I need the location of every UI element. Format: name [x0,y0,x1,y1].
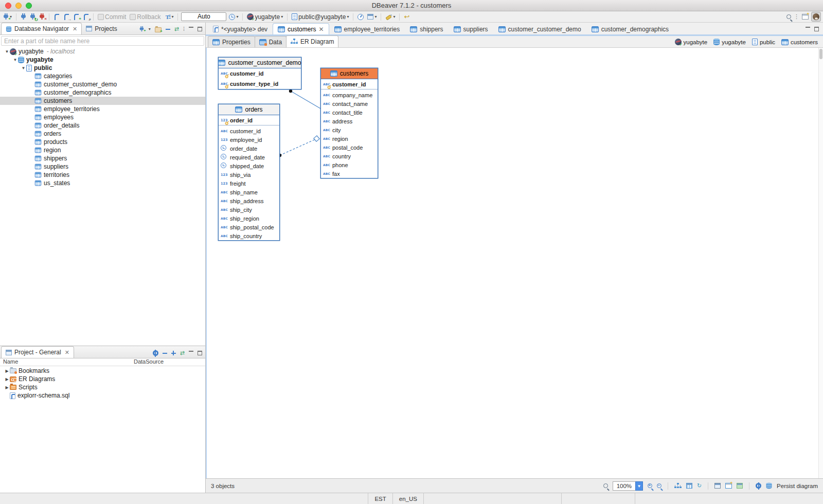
minimize-panel-icon[interactable] [189,351,193,355]
tree-item-table[interactable]: suppliers [0,163,205,171]
tree-item-table[interactable]: employee_territories [0,105,205,113]
editor-tab[interactable]: suppliers ✕ [449,23,493,34]
commit-mode-combo[interactable]: Auto [181,12,226,21]
persist-diagram-icon[interactable] [766,483,772,489]
reconnect-button[interactable]: ↻ [29,13,37,21]
dbeaver-perspective-button[interactable] [811,12,821,22]
open-perspective-button[interactable] [801,13,810,20]
new-folder-icon[interactable] [155,27,162,32]
entity-column-row[interactable]: contact_name [321,99,378,108]
editor-tab[interactable]: *<yugabyte> dev ✕ [208,23,273,34]
entity-column-row[interactable]: city [321,125,378,134]
project-tree-item[interactable]: ▶ ER Diagrams [0,375,205,383]
entity-header[interactable]: orders [219,104,279,115]
view-menu-icon[interactable]: ⁞ [183,26,185,32]
table-filter-input[interactable] [1,36,204,46]
rollback-button[interactable]: Rollback [129,13,162,21]
entity-column-row[interactable]: company_name [321,91,378,99]
editor-tab[interactable]: shippers ✕ [405,23,448,34]
entity-column-row[interactable]: ship_region [219,214,279,223]
maximize-panel-icon[interactable] [198,27,202,31]
editor-tab[interactable]: customer_demographics ✕ [586,23,674,34]
entity-column-row[interactable]: region [321,134,378,143]
tree-item-table[interactable]: us_states [0,179,205,187]
tree-item-table[interactable]: territories [0,171,205,179]
zoom-value[interactable]: 100% [613,481,635,491]
entity-customer-customer-demo[interactable]: customer_customer_demo customer_id custo… [218,57,301,89]
transaction-mode-button[interactable]: T▾ [163,13,174,21]
tree-item-table[interactable]: region [0,146,205,154]
toggle-grid-icon[interactable] [686,483,692,489]
entity-column-row[interactable]: phone [321,160,378,169]
expander-icon[interactable]: ▶ [4,377,10,382]
collapse-all-icon[interactable] [166,29,170,30]
status-timezone[interactable]: EST [368,493,392,504]
column-datasource-header[interactable]: DataSource [134,358,205,366]
relationship-orders-customers[interactable] [280,139,316,155]
close-tab-icon[interactable]: ✕ [73,26,77,32]
entity-column-row[interactable]: customer_id [321,79,378,89]
tree-item-table[interactable]: orders [0,130,205,138]
chevron-down-icon[interactable]: ▾ [149,27,151,31]
status-locale[interactable]: en_US [393,493,424,504]
maximize-panel-icon[interactable] [198,351,202,355]
link-editor-icon[interactable]: ⇄ [174,26,179,32]
minimize-editor-icon[interactable] [806,27,810,31]
tree-item-schema[interactable]: ▼ public [0,64,205,72]
column-name-header[interactable]: Name [0,358,134,366]
tree-item-table[interactable]: employees [0,113,205,121]
entity-column-row[interactable]: address [321,117,378,125]
er-diagram-canvas[interactable]: customer_customer_demo customer_id custo… [206,48,823,478]
entity-column-row[interactable]: freight [219,179,279,188]
zoom-dropdown-button[interactable]: ▼ [635,481,643,491]
editor-tab[interactable]: employee_territories ✕ [329,23,405,34]
project-tree-item[interactable]: ▶ Scripts [0,383,205,391]
tab-project-general[interactable]: Project - General ✕ [1,346,74,358]
tree-item-table[interactable]: order_details [0,121,205,130]
entity-column-row[interactable]: customer_id [219,127,279,135]
zoom-in-icon[interactable]: + [648,483,652,488]
project-tree-item[interactable]: ▶ Bookmarks [0,367,205,375]
vertical-scrollbar[interactable] [818,48,823,478]
tree-item-database[interactable]: ▼ yugabyte [0,56,205,64]
entity-column-row[interactable]: ship_address [219,196,279,205]
auto-layout-icon[interactable] [674,483,682,489]
tree-item-table[interactable]: categories [0,72,205,80]
zoom-out-icon[interactable]: − [657,483,661,488]
connect-button[interactable] [20,13,27,21]
tree-item-table[interactable]: customers [0,97,205,105]
layout-button[interactable]: ▾ [366,13,378,20]
editor-tab[interactable]: customers ✕ [273,23,329,34]
expander-icon[interactable]: ▶ [4,385,10,390]
entity-header[interactable]: customers [321,68,378,79]
relationship-ccd-customers[interactable] [291,91,320,109]
editor-tab[interactable]: customer_customer_demo ✕ [493,23,586,34]
zoom-combo[interactable]: 100% ▼ [613,481,643,491]
entity-column-row[interactable]: customer_type_id [219,79,301,89]
scrollbar-thumb[interactable] [819,49,822,59]
cleanup-button[interactable]: ▾ [384,13,396,21]
tree-item-connection[interactable]: ▼ yugabyte - localhost [0,47,205,56]
entity-column-row[interactable]: ship_via [219,170,279,179]
breadcrumb-item[interactable]: public [752,39,775,45]
close-tab-icon[interactable]: ✕ [318,26,324,33]
tree-item-table[interactable]: customer_customer_demo [0,80,205,88]
minimize-panel-icon[interactable] [189,27,193,31]
close-tab-icon[interactable]: ✕ [65,349,69,356]
maximize-editor-icon[interactable] [814,27,819,31]
tree-item-table[interactable]: customer_demographics [0,88,205,97]
entity-column-row[interactable]: order_date [219,144,279,153]
disconnect-button[interactable]: × [38,13,46,21]
expander-icon[interactable]: ▼ [4,49,10,54]
new-sql-editor-button[interactable]: + [72,13,80,21]
tab-projects[interactable]: Projects [82,23,121,34]
open-sql-console-button[interactable]: ⌕ [82,13,90,21]
entity-column-row[interactable]: customer_id [219,68,301,79]
editor-subtab[interactable]: ER Diagram [286,35,338,47]
entity-column-row[interactable]: ship_name [219,188,279,196]
active-connection-selector[interactable]: yugabyte▾ [246,13,284,21]
expander-icon[interactable]: ▼ [21,66,26,70]
collapse-all-icon[interactable] [163,353,167,354]
entity-column-row[interactable]: required_date [219,153,279,161]
save-icon[interactable] [737,483,743,489]
